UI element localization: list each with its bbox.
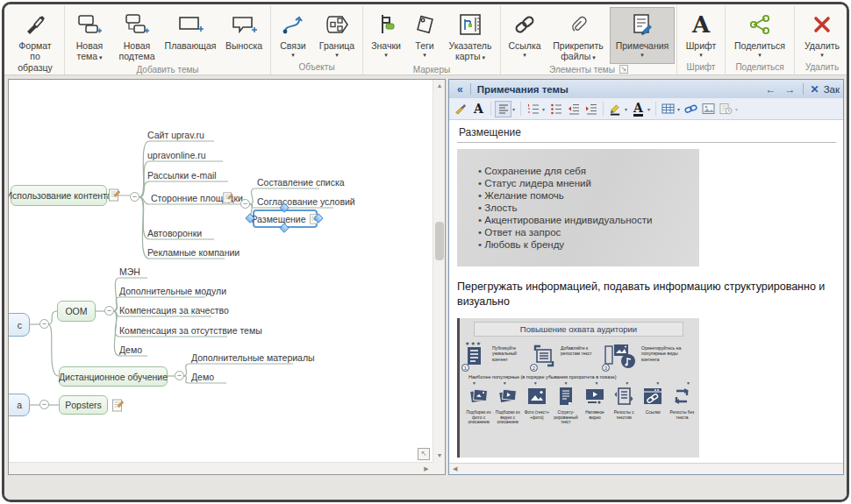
new-topic-label: Новая тема▾ [72, 40, 107, 62]
topic-upravonline[interactable]: upravonline.ru [147, 150, 206, 160]
scroll-down-arrow[interactable]: ▼ [433, 450, 446, 462]
timestamp-icon[interactable] [718, 101, 734, 117]
step-text: Добавляйте к репостам текст [561, 340, 596, 357]
ribbon-group-objects: Связи ▾ Граница ▾ Объекты [271, 5, 363, 75]
highlight-color-icon[interactable] [607, 101, 624, 117]
map-vertical-scrollbar[interactable]: ▲ ▼ [433, 80, 445, 462]
next-note-icon[interactable]: → [781, 83, 800, 96]
content-type-item: Репосты без текста [668, 387, 697, 425]
delete-button[interactable]: Удалить ▾ [797, 7, 847, 61]
topic-dop-materialy[interactable]: Дополнительные материалы [191, 352, 315, 363]
font-color-icon[interactable]: A [630, 101, 647, 117]
decrease-indent-icon[interactable] [565, 101, 582, 117]
topic-komp-otsutstvie[interactable]: Компенсация за отсутствие темы [119, 325, 262, 336]
insert-link-icon[interactable] [683, 101, 699, 117]
links-icon [281, 11, 305, 39]
branch-toggle[interactable]: − [175, 371, 184, 380]
fit-map-button[interactable]: ↖ [418, 448, 430, 460]
boundary-button[interactable]: Граница ▾ [313, 7, 361, 61]
map-horizontal-scrollbar[interactable]: ▶ [9, 462, 433, 474]
topic-distancionnoe-obuchenie[interactable]: Дистанционное обучение [59, 366, 168, 387]
topic-sostavlenie-spiska[interactable]: Составление списка [257, 177, 345, 188]
topic-oom[interactable]: ООМ [57, 301, 96, 322]
branch-toggle[interactable]: − [104, 306, 114, 316]
format-painter-icon [24, 11, 46, 39]
slide-bullet: Статус лидера мнений [478, 178, 699, 188]
topic-soglasovanie-uslovij[interactable]: Согласование условий [257, 196, 355, 207]
bullet-list-icon[interactable] [547, 101, 564, 117]
topic-demo-2[interactable]: Демо [191, 372, 214, 382]
share-button[interactable]: Поделиться ▾ [727, 7, 792, 61]
badges-button[interactable]: Значки ▾ [365, 7, 407, 64]
topic-main-partial-2[interactable]: а [9, 394, 30, 416]
links-button[interactable]: Связи ▾ [273, 7, 313, 61]
close-panel-label[interactable]: Зак [824, 84, 840, 95]
align-icon[interactable] [495, 101, 511, 117]
scroll-right-arrow[interactable]: ▶ [420, 463, 433, 475]
floating-topic-button[interactable]: Плавающая [161, 7, 219, 64]
note-icon[interactable] [112, 398, 124, 415]
increase-indent-icon[interactable] [583, 101, 599, 117]
topic-popsters[interactable]: Popsters [59, 395, 108, 415]
previous-note-icon[interactable]: ← [762, 83, 781, 96]
map-index-button[interactable]: Указатель карты▾ [442, 7, 498, 64]
font-label: Шрифт [686, 40, 717, 51]
topic-demo-1[interactable]: Демо [119, 344, 142, 355]
topic-main-partial-1[interactable]: с [9, 313, 30, 337]
branch-toggle[interactable]: − [130, 192, 139, 202]
format-painter-small-icon[interactable] [453, 101, 469, 117]
topic-reklamnye-kompanii[interactable]: Рекламные компании [147, 247, 240, 258]
ribbon-group-markers: Значки ▾ Теги ▾ Указатель карты▾ [363, 5, 501, 75]
content-type-item: Ссылки [639, 387, 668, 425]
ribbon-group-add-topics: Новая тема▾ Новая подтема Плавающая [65, 5, 271, 75]
scroll-up-arrow[interactable]: ▲ [433, 80, 446, 92]
tags-button[interactable]: Теги ▾ [407, 7, 442, 64]
note-editor[interactable]: Размещение Сохранение для себя Статус ли… [449, 120, 843, 463]
attach-files-button[interactable]: Прикрепить файлы▾ [547, 7, 610, 64]
new-topic-button[interactable]: Новая тема▾ [67, 7, 112, 64]
notes-horizontal-scrollbar[interactable]: ◀ [449, 463, 843, 474]
topic-avtovoronki[interactable]: Автоворонки [147, 228, 202, 238]
collapse-panel-icon[interactable]: « [453, 83, 468, 96]
font-icon: A [692, 13, 710, 36]
branch-toggle[interactable]: − [39, 400, 49, 409]
notes-panel: « Примечания темы ← → ✕ Зак A ▾ [448, 79, 844, 475]
note-title[interactable]: Размещение [457, 124, 836, 142]
insert-image-icon[interactable] [700, 101, 717, 117]
font-button[interactable]: A Шрифт ▾ [679, 7, 723, 61]
dialog-launcher-icon[interactable]: ↘ [619, 65, 628, 74]
hyperlink-icon [512, 11, 537, 39]
notes-button[interactable]: Примечания ▾ [610, 7, 675, 64]
numbered-list-icon[interactable] [525, 101, 541, 117]
scroll-thumb[interactable] [435, 222, 444, 260]
scroll-left-arrow[interactable]: ◀ [449, 465, 457, 472]
note-icon[interactable] [223, 191, 233, 207]
status-bar [4, 479, 847, 500]
topic-komp-kachestvo[interactable]: Компенсация за качество [119, 305, 229, 316]
topic-men[interactable]: МЭН [119, 266, 140, 277]
topic-rassylki[interactable]: Рассылки e-mail [147, 170, 217, 181]
branch-toggle[interactable]: − [240, 199, 250, 209]
format-painter-button[interactable]: Формат по образцу [8, 7, 62, 75]
topic-sait-uprav[interactable]: Сайт uprav.ru [147, 130, 204, 140]
callout-button[interactable]: Выноска [219, 7, 268, 64]
group-label-share: Поделиться [726, 61, 794, 75]
new-subtopic-button[interactable]: Новая подтема [112, 7, 161, 64]
notes-icon [631, 11, 654, 39]
topic-dop-moduli[interactable]: Дополнительные модули [119, 286, 226, 296]
ribbon-group-share: Поделиться ▾ Поделиться [726, 5, 795, 75]
branch-toggle[interactable]: − [39, 319, 49, 329]
font-dialog-icon[interactable]: A [470, 101, 487, 117]
note-image-bullets: Сохранение для себя Статус лидера мнений… [457, 149, 699, 266]
map-canvas[interactable]: Использование контента − Сайт uprav.ru u… [9, 80, 433, 462]
map-canvas-frame: Использование контента − Сайт uprav.ru u… [8, 79, 446, 475]
callout-label: Выноска [225, 40, 262, 51]
hyperlink-button[interactable]: Ссылка ▾ [503, 7, 547, 64]
close-panel-icon[interactable]: ✕ [806, 83, 824, 96]
note-icon[interactable] [109, 188, 120, 205]
note-paragraph[interactable]: Перегружать информацией, подавать информ… [457, 280, 843, 309]
slide-bullet: Сохранение для себя [478, 166, 699, 176]
topic-ispolzovanie-kontenta[interactable]: Использование контента [11, 185, 107, 206]
share-label: Поделиться [734, 40, 785, 51]
insert-table-icon[interactable] [660, 101, 676, 117]
